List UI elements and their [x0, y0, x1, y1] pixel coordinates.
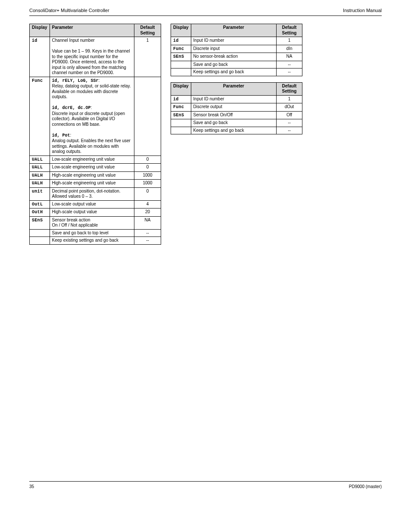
cell-display: Func [30, 77, 50, 156]
cell-setting: -- [134, 229, 161, 237]
cell-display: unit [30, 187, 50, 200]
table-row: SEnSSensor break On/OffOff [171, 111, 302, 119]
table-row: UALLLow-scale engineering unit value0 [30, 164, 161, 172]
cell-display [30, 237, 50, 245]
header-right: Instruction Manual [343, 8, 382, 13]
cell-param: Channel Input numberValue can be 1 – 99.… [50, 37, 134, 77]
cell-param: Decimal point position, dot-notation. Al… [50, 187, 134, 200]
cell-setting: NA [277, 53, 302, 61]
table-row: FuncDiscrete inputdIn [171, 45, 302, 53]
cell-param: Discrete output [191, 103, 276, 112]
cell-setting: Off [277, 111, 302, 119]
cell-display: UALH [30, 171, 50, 180]
advanced-config-table: Display Parameter Default Setting idChan… [29, 24, 161, 245]
cell-param: Keep settings and go back [191, 127, 276, 134]
table-row: OutLLow-scale output value4 [30, 200, 161, 208]
table-row: unitDecimal point position, dot-notation… [30, 187, 161, 200]
table-row: FuncDiscrete outputdOut [171, 103, 302, 112]
cell-param: Low-scale engineering unit value [50, 156, 134, 164]
table-row: Save and go back to top level-- [30, 229, 161, 237]
table-row: UALLLow-scale engineering unit value0 [30, 156, 161, 164]
cell-setting: -- [134, 237, 161, 245]
table-row: Keep existing settings and go back-- [30, 237, 161, 245]
cell-display: UALL [30, 164, 50, 172]
col-setting: Default Setting [277, 82, 302, 95]
table-row: Keep settings and go back-- [171, 127, 302, 134]
cell-display [171, 68, 191, 76]
cell-display [30, 229, 50, 237]
cell-param: Save and go back [191, 119, 276, 127]
cell-setting: 20 [134, 208, 161, 217]
col-display: Display [30, 24, 50, 37]
cell-display: Func [171, 103, 191, 112]
cell-param: No sensor-break action [191, 53, 276, 61]
col-display: Display [171, 24, 191, 37]
cell-display: id [171, 37, 191, 45]
cell-display: UALL [30, 156, 50, 164]
cell-setting: dOut [277, 103, 302, 112]
cell-param: Discrete input [191, 45, 276, 53]
cell-setting: 0 [134, 164, 161, 172]
table-row: Keep settings and go back-- [171, 68, 302, 76]
cell-setting: dIn [277, 45, 302, 53]
cell-param: Low-scale output value [50, 200, 134, 208]
cell-setting: -- [277, 127, 302, 134]
discrete-output-table: Display Parameter Default Setting idInpu… [171, 82, 302, 135]
cell-setting: -- [277, 61, 302, 68]
cell-display: id [171, 95, 191, 103]
table-row: OutHHigh-scale output value20 [30, 208, 161, 217]
table-row: Save and go back-- [171, 61, 302, 68]
cell-param: Save and go back [191, 61, 276, 68]
cell-display: SEnS [171, 111, 191, 119]
col-display: Display [171, 82, 191, 95]
cell-display: UALH [30, 180, 50, 188]
cell-setting: 0 [134, 156, 161, 164]
table-row: idInput ID number1 [171, 95, 302, 103]
cell-display: OutH [30, 208, 50, 217]
table-row: SEnSNo sensor-break actionNA [171, 53, 302, 61]
cell-param: High-scale engineering unit value [50, 171, 134, 180]
cell-display: SEnS [30, 216, 50, 229]
col-setting: Default Setting [277, 24, 302, 37]
cell-param: id, rELY, LoG, SSr:Relay, datalog output… [50, 77, 134, 156]
cell-param: Input ID number [191, 37, 276, 45]
cell-param: Save and go back to top level [50, 229, 134, 237]
col-parameter: Parameter [50, 24, 134, 37]
cell-setting: 1 [277, 95, 302, 103]
cell-display: Func [171, 45, 191, 53]
cell-param: Low-scale engineering unit value [50, 164, 134, 172]
cell-param: High-scale engineering unit value [50, 180, 134, 188]
cell-param: Keep existing settings and go back [50, 237, 134, 245]
cell-display [171, 119, 191, 127]
cell-setting: 1 [277, 37, 302, 45]
cell-setting: -- [277, 68, 302, 76]
cell-setting: 4 [134, 200, 161, 208]
cell-display [171, 127, 191, 134]
cell-setting: -- [277, 119, 302, 127]
cell-display [171, 61, 191, 68]
col-parameter: Parameter [191, 24, 276, 37]
table-row: Save and go back-- [171, 119, 302, 127]
table-row: idInput ID number1 [171, 37, 302, 45]
table-row: UALHHigh-scale engineering unit value100… [30, 180, 161, 188]
cell-setting: 1000 [134, 180, 161, 188]
cell-setting: NA [134, 216, 161, 229]
table-row: Funcid, rELY, LoG, SSr:Relay, datalog ou… [30, 77, 161, 156]
cell-setting: 1 [134, 37, 161, 77]
cell-display: id [30, 37, 50, 77]
cell-param: High-scale output value [50, 208, 134, 217]
col-setting: Default Setting [134, 24, 161, 37]
cell-param: Sensor break On/Off [191, 111, 276, 119]
table-row: SEnSSensor break actionOn / Off / Not ap… [30, 216, 161, 229]
cell-setting: 0 [134, 187, 161, 200]
footer-right: PD9000 (master) [349, 484, 382, 489]
table-row: UALHHigh-scale engineering unit value100… [30, 171, 161, 180]
cell-param: Input ID number [191, 95, 276, 103]
header-left: ConsoliDator+ Multivariable Controller [29, 8, 109, 13]
col-parameter: Parameter [191, 82, 276, 95]
table-row: idChannel Input numberValue can be 1 – 9… [30, 37, 161, 77]
cell-param: Keep settings and go back [191, 68, 276, 76]
cell-display: OutL [30, 200, 50, 208]
cell-param: Sensor break actionOn / Off / Not applic… [50, 216, 134, 229]
cell-setting [134, 77, 161, 156]
